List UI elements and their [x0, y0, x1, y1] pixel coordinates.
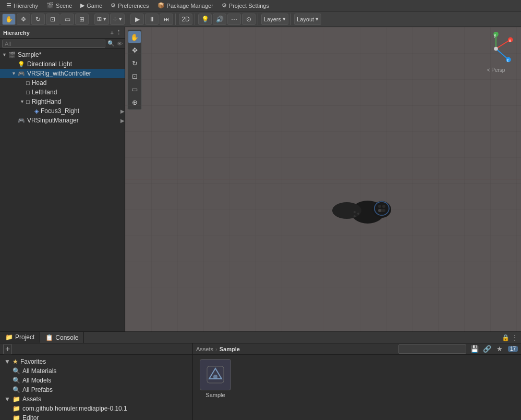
tab-game-label: Game — [87, 3, 102, 9]
visual-effects-btn[interactable]: 💡 — [198, 14, 212, 25]
layout-label: Layout — [297, 16, 314, 22]
project-tab-icon: 📁 — [5, 333, 13, 341]
tool-scale[interactable]: ⊡ — [46, 14, 59, 25]
left-hand-icon: □ — [26, 89, 30, 95]
orientation-gizmo: y x z < Persp — [475, 31, 517, 73]
tab-hierarchy[interactable]: ☰ Hierarchy — [2, 1, 42, 10]
save-icon[interactable]: 💾 — [469, 344, 480, 354]
step-button[interactable]: ⏭ — [160, 14, 173, 25]
hierarchy-search-row: 🔍 👁 — [0, 39, 125, 49]
hierarchy-search-input[interactable] — [2, 40, 105, 48]
tab-game[interactable]: ▶ Game — [76, 1, 106, 10]
hierarchy-item-focus3-right[interactable]: ▶ ◈ Focus3_Right ▶ — [0, 106, 125, 116]
breadcrumb-assets: Assets — [196, 346, 213, 352]
view-2d-button[interactable]: 2D — [179, 14, 192, 25]
svg-point-15 — [354, 215, 356, 217]
link-icon[interactable]: 🔗 — [482, 344, 492, 354]
tab-preferences[interactable]: ⚙ Preferences — [106, 1, 153, 10]
tab-project-settings-label: Project Settings — [229, 3, 269, 9]
tool-btn-rotate-3d[interactable]: ↻ — [128, 57, 141, 69]
tool-hand[interactable]: ✋ — [2, 14, 16, 25]
asset-search-input[interactable] — [398, 344, 466, 354]
tool-move[interactable]: ✥ — [17, 14, 30, 25]
scene-view[interactable]: ✋ ✥ ↻ ⊡ ▭ ⊕ — [125, 27, 521, 331]
right-hand-icon: □ — [26, 98, 30, 105]
folder-all-models[interactable]: 🔍 All Models — [0, 376, 192, 385]
tab-package-manager[interactable]: 📦 Package Manager — [153, 1, 217, 10]
asset-search-group: 💾 🔗 ★ 17 — [398, 344, 518, 354]
tool-rect[interactable]: ▭ — [60, 14, 74, 25]
favorites-section-header[interactable]: ▼ ★ Favorites — [0, 357, 192, 366]
asset-item-sample[interactable]: Sample — [197, 359, 234, 398]
all-prefabs-label: All Prefabs — [22, 386, 53, 393]
main-toolbar: ✋ ✥ ↻ ⊡ ▭ ⊞ ⊞ ▾ ⊹ ▾ ▶ ⏸ ⏭ 2D 💡 🔊 ⋯ ⊙ Lay… — [0, 11, 521, 27]
folder-all-prefabs[interactable]: 🔍 All Prefabs — [0, 385, 192, 394]
tool-transform[interactable]: ⊞ — [75, 14, 89, 25]
play-button[interactable]: ▶ — [130, 14, 144, 25]
tab-project[interactable]: 📁 Project — [0, 332, 40, 343]
tool-btn-scale-3d[interactable]: ⊡ — [128, 70, 141, 82]
tab-scene[interactable]: 🎬 Scene — [42, 1, 76, 10]
hierarchy-header-icons: + ⋮ — [111, 29, 122, 36]
svg-point-14 — [357, 213, 359, 215]
gizmos-btn[interactable]: ⊙ — [242, 14, 256, 25]
arrow-right-hand: ▼ — [20, 99, 26, 104]
play-controls-group: ▶ ⏸ ⏭ — [130, 14, 176, 25]
hierarchy-icon: ☰ — [6, 2, 11, 9]
svg-point-10 — [378, 209, 381, 212]
bottom-lock-icon[interactable]: 🔒 — [502, 334, 510, 341]
bottom-menu-icon[interactable]: ⋮ — [512, 334, 518, 341]
hierarchy-item-left-hand[interactable]: ▶ □ LeftHand — [0, 88, 125, 97]
asset-header-icons: 💾 🔗 ★ 17 — [469, 344, 518, 354]
tool-btn-move-3d[interactable]: ✥ — [128, 44, 141, 56]
layout-dropdown[interactable]: Layout ▾ — [294, 14, 321, 25]
grid-icon: ⊞ — [97, 16, 102, 22]
snap-dropdown[interactable]: ⊹ ▾ — [110, 14, 125, 25]
hierarchy-eye-icon[interactable]: 👁 — [117, 41, 123, 47]
transform-tools-group: ✋ ✥ ↻ ⊡ ▭ ⊞ — [2, 14, 91, 25]
folder-editor[interactable]: 📁 Editor — [0, 413, 192, 420]
hierarchy-item-vrs-rig[interactable]: ▼ 🎮 VRSRig_withController — [0, 69, 125, 78]
hierarchy-add-icon[interactable]: + — [111, 30, 114, 36]
sample-icon: 🎬 — [8, 52, 16, 58]
layers-label: Layers — [264, 16, 281, 22]
layers-group: Layers ▾ — [261, 14, 291, 25]
pause-button[interactable]: ⏸ — [145, 14, 159, 25]
snap-icon: ⊹ — [113, 16, 117, 22]
all-materials-label: All Materials — [22, 367, 56, 375]
tool-btn-global[interactable]: ⊕ — [128, 96, 141, 108]
tool-palette: ✋ ✥ ↻ ⊡ ▭ ⊕ — [127, 29, 142, 110]
folder-com-github[interactable]: 📁 com.github.homuler.mediapipe-0.10.1 — [0, 404, 192, 413]
grid-dropdown[interactable]: ⊞ ▾ — [94, 14, 109, 25]
overlay-btn[interactable]: ⋯ — [227, 14, 241, 25]
hierarchy-menu-icon[interactable]: ⋮ — [116, 29, 122, 36]
tool-rotate[interactable]: ↻ — [31, 14, 45, 25]
tab-project-settings[interactable]: ⚙ Project Settings — [217, 1, 273, 10]
hierarchy-item-sample[interactable]: ▼ 🎬 Sample* — [0, 50, 125, 59]
hierarchy-item-directional-light[interactable]: ▶ 💡 Directional Light — [0, 59, 125, 69]
asset-thumb-sample — [200, 359, 231, 390]
tab-console[interactable]: 📋 Console — [40, 332, 84, 343]
add-button[interactable]: + — [3, 344, 12, 354]
hierarchy-item-vrs-input-manager[interactable]: ▶ 🎮 VRSInputManager ▶ — [0, 116, 125, 125]
bottom-left-content: ▼ ★ Favorites 🔍 All Materials 🔍 All Mode… — [0, 355, 192, 420]
tool-btn-rect-3d[interactable]: ▭ — [128, 83, 141, 95]
tool-btn-hand[interactable]: ✋ — [128, 31, 141, 43]
folder-all-materials[interactable]: 🔍 All Materials — [0, 366, 192, 376]
svg-point-13 — [354, 211, 356, 213]
hierarchy-item-head[interactable]: ▶ □ Head — [0, 78, 125, 88]
left-hand-label: LeftHand — [32, 89, 57, 96]
audio-btn[interactable]: 🔊 — [213, 14, 226, 25]
persp-label: < Persp — [487, 67, 505, 73]
star-icon[interactable]: ★ — [494, 344, 505, 354]
vrs-input-manager-arrow: ▶ — [120, 118, 125, 123]
vrs-rig-icon: 🎮 — [18, 70, 25, 77]
layers-dropdown[interactable]: Layers ▾ — [261, 14, 288, 25]
assets-section-header[interactable]: ▼ 📁 Assets — [0, 394, 192, 404]
hierarchy-item-right-hand[interactable]: ▼ □ RightHand — [0, 97, 125, 106]
head-label: Head — [32, 79, 47, 87]
svg-point-25 — [494, 47, 498, 51]
com-github-label: com.github.homuler.mediapipe-0.10.1 — [22, 405, 127, 412]
vr-controller-object — [323, 183, 391, 225]
assets-folder-icon: 📁 — [13, 396, 20, 403]
